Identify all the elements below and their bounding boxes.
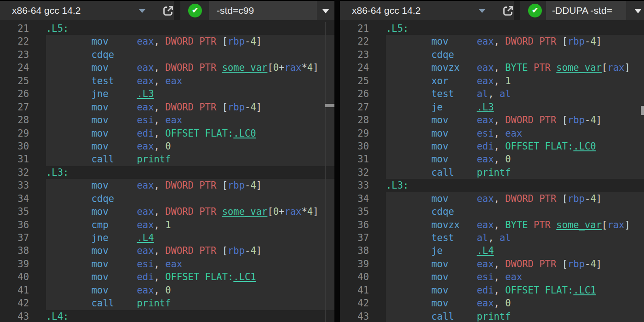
asm-text: test eax, eax [46, 75, 182, 87]
asm-line[interactable]: 35 mov eax, DWORD PTR some_var[0+rax*4] [0, 205, 334, 218]
asm-text: movzx eax, BYTE PTR some_var[rax] [386, 218, 630, 231]
line-number: 40 [340, 270, 369, 283]
check-circle-icon[interactable]: ✔ [188, 4, 202, 17]
asm-label-link[interactable]: some_var [556, 62, 602, 73]
line-number: 25 [340, 75, 369, 87]
chevron-down-icon[interactable] [479, 9, 485, 13]
options-dropdown-icon[interactable] [322, 9, 329, 13]
asm-label-link[interactable]: .L3 [477, 102, 494, 113]
asm-token: PTR [534, 219, 551, 230]
compiler-options-input[interactable]: -DDUPA -std= [546, 1, 626, 20]
asm-line[interactable]: 28 mov esi, eax [0, 114, 334, 126]
asm-token: edi [137, 271, 154, 282]
asm-line[interactable]: 25 xor eax, 1 [340, 75, 644, 87]
asm-token [109, 102, 137, 113]
asm-label-link[interactable]: some_var [222, 206, 268, 217]
asm-line[interactable]: 32.L3: [0, 166, 334, 179]
asm-label-link[interactable]: .L3 [137, 88, 154, 99]
external-link-icon[interactable] [162, 5, 174, 17]
asm-token: eax [137, 180, 154, 191]
asm-line[interactable]: 36 movzx eax, BYTE PTR some_var[rax] [340, 218, 644, 231]
asm-text: jne .L3 [46, 87, 154, 100]
asm-text: cmp eax, 1 [46, 218, 171, 231]
compiler-options-input[interactable]: -std=c99 [209, 1, 317, 20]
asm-line[interactable]: 43 call printf [340, 310, 644, 322]
asm-line[interactable]: 34 cdqe [0, 192, 334, 205]
asm-text: jne .L4 [46, 231, 154, 244]
asm-line[interactable]: 21.L5: [340, 22, 644, 35]
asm-token: edi [477, 141, 494, 152]
asm-line[interactable]: 28 mov eax, DWORD PTR [rbp-4] [340, 114, 644, 126]
pane-splitter[interactable] [334, 0, 340, 322]
asm-token: ] [596, 259, 602, 270]
asm-line[interactable]: 34 mov eax, DWORD PTR [rbp-4] [340, 192, 644, 205]
asm-line[interactable]: 39 mov eax, DWORD PTR [rbp-4] [340, 258, 644, 270]
asm-label-link[interactable]: .LC1 [573, 285, 596, 296]
compiler-toolbar: x86-64 gcc 14.2 ✔ -DDUPA -std= [340, 1, 644, 20]
asm-label-link[interactable]: .LC1 [233, 271, 256, 282]
asm-token [386, 311, 431, 322]
asm-line[interactable]: 37 test al, al [340, 231, 644, 244]
asm-line[interactable]: 29 mov esi, eax [340, 127, 644, 140]
asm-line[interactable]: 37 jne .L4 [0, 231, 334, 244]
asm-line[interactable]: 42 mov eax, 0 [340, 297, 644, 310]
asm-line[interactable]: 23 cdqe [0, 48, 334, 61]
asm-editor[interactable]: 21.L5:22 mov eax, DWORD PTR [rbp-4]23 cd… [0, 22, 334, 322]
asm-line[interactable]: 30 mov eax, 0 [0, 140, 334, 153]
chevron-down-icon[interactable] [139, 9, 145, 13]
line-number: 36 [0, 218, 29, 231]
asm-text: mov edi, OFFSET FLAT:.LC0 [386, 140, 596, 153]
asm-label-link[interactable]: .LC0 [573, 141, 596, 152]
asm-line[interactable]: 38 je .L4 [340, 244, 644, 257]
asm-line[interactable]: 41 mov eax, 0 [0, 284, 334, 297]
scrollbar-thumb[interactable] [641, 106, 644, 115]
asm-line[interactable]: 40 mov esi, eax [340, 270, 644, 283]
asm-label-link[interactable]: some_var [556, 219, 602, 230]
asm-line[interactable]: 24 mov eax, DWORD PTR some_var[0+rax*4] [0, 61, 334, 74]
asm-token [46, 180, 92, 191]
asm-line[interactable]: 23 cdqe [340, 48, 644, 61]
asm-token: , [154, 36, 166, 47]
asm-line[interactable]: 35 cdqe [340, 205, 644, 218]
options-dropdown-icon[interactable] [634, 9, 642, 13]
asm-label-link[interactable]: .L4 [477, 245, 494, 256]
asm-token: OFFSET FLAT: [165, 271, 233, 282]
asm-line[interactable]: 25 test eax, eax [0, 75, 334, 87]
check-circle-icon[interactable]: ✔ [528, 4, 542, 17]
line-number: 37 [340, 231, 369, 244]
asm-token: eax [137, 36, 154, 47]
asm-line[interactable]: 32 call printf [340, 166, 644, 179]
compiler-picker[interactable]: x86-64 gcc 14.2 [12, 1, 80, 20]
compiler-picker[interactable]: x86-64 gcc 14.2 [352, 1, 420, 20]
scrollbar-thumb[interactable] [325, 104, 334, 107]
asm-line[interactable]: 26 jne .L3 [0, 87, 334, 100]
asm-line[interactable]: 33 mov eax, DWORD PTR [rbp-4] [0, 179, 334, 192]
asm-line[interactable]: 42 call printf [0, 297, 334, 310]
asm-line[interactable]: 33.L3: [340, 179, 644, 192]
asm-line[interactable]: 29 mov edi, OFFSET FLAT:.LC0 [0, 127, 334, 140]
external-link-icon[interactable] [502, 5, 514, 17]
asm-token: al [500, 88, 511, 99]
asm-editor[interactable]: 21.L5:22 mov eax, DWORD PTR [rbp-4]23 cd… [340, 22, 644, 322]
asm-line[interactable]: 39 mov esi, eax [0, 258, 334, 270]
asm-line[interactable]: 36 cmp eax, 1 [0, 218, 334, 231]
asm-label-link[interactable]: .LC0 [233, 128, 256, 139]
asm-line[interactable]: 30 mov edi, OFFSET FLAT:.LC0 [340, 140, 644, 153]
asm-line[interactable]: 22 mov eax, DWORD PTR [rbp-4] [340, 35, 644, 48]
asm-line[interactable]: 27 mov eax, DWORD PTR [rbp-4] [0, 101, 334, 114]
asm-line[interactable]: 26 test al, al [340, 87, 644, 100]
asm-line[interactable]: 43.L4: [0, 310, 334, 322]
asm-line[interactable]: 31 call printf [0, 153, 334, 166]
asm-line[interactable]: 22 mov eax, DWORD PTR [rbp-4] [0, 35, 334, 48]
asm-label-link[interactable]: .L4 [137, 232, 154, 243]
asm-line[interactable]: 41 mov edi, OFFSET FLAT:.LC1 [340, 284, 644, 297]
asm-line[interactable]: 21.L5: [0, 22, 334, 35]
asm-line[interactable]: 31 mov eax, 0 [340, 153, 644, 166]
asm-token [109, 141, 137, 152]
asm-line[interactable]: 40 mov edi, OFFSET FLAT:.LC1 [0, 270, 334, 283]
asm-label-link[interactable]: some_var [222, 62, 268, 73]
asm-text: mov edi, OFFSET FLAT:.LC1 [386, 284, 596, 297]
asm-line[interactable]: 24 movzx eax, BYTE PTR some_var[rax] [340, 61, 644, 74]
asm-line[interactable]: 27 je .L3 [340, 101, 644, 114]
asm-line[interactable]: 38 mov eax, DWORD PTR [rbp-4] [0, 244, 334, 257]
